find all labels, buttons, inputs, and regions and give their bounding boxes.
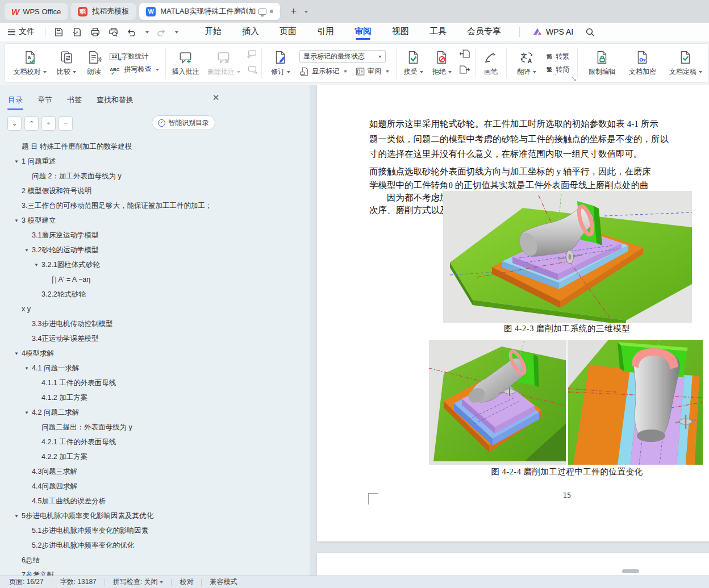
redo-icon[interactable] [155, 26, 167, 38]
toc-item[interactable]: ▼4.1 问题一求解 [0, 361, 227, 376]
toc-item[interactable]: ▼问题二提出：外表面母线为 y [0, 420, 227, 435]
undo-caret[interactable] [145, 31, 149, 35]
toc-item[interactable]: ▼5.1步进电机脉冲频率变化的影响因素 [0, 523, 227, 538]
toc-item[interactable]: ▼4.3问题三求解 [0, 464, 227, 479]
collapse-all-button[interactable]: ⌄ [7, 116, 22, 131]
traditional-to-simplified-button[interactable]: 繁 转简 [547, 65, 569, 74]
restrict-editing-button[interactable]: 限制编辑 [586, 49, 618, 78]
menu-tab[interactable]: 工具 [427, 23, 449, 41]
spell-check-button[interactable]: ABC 拼写检查 [110, 65, 159, 74]
compare-button[interactable]: 比较 [55, 49, 78, 78]
next-change-icon[interactable] [459, 65, 470, 77]
toc-item[interactable]: ▼3.2.2轮式砂轮 [0, 287, 227, 302]
toc-expand-triangle[interactable]: ▼ [24, 361, 32, 376]
horizontal-scrollbar-thumb[interactable] [622, 569, 639, 573]
menu-tab[interactable]: 开始 [202, 23, 224, 41]
dialog-launcher-icon[interactable] [572, 77, 576, 81]
file-menu-button[interactable]: 文件 [0, 27, 41, 37]
toc-item[interactable]: ▼4.5加工曲线的误差分析 [0, 494, 227, 508]
sidebar-tab[interactable]: 书签 [66, 93, 82, 107]
toc-item[interactable]: ▼3.2.1圆柱体式砂轮 [0, 257, 227, 272]
menu-tab[interactable]: 审阅 [352, 23, 374, 41]
toc-item[interactable]: ▼5步进电机脉冲频率变化影响因素及其优化 [0, 508, 227, 523]
finalize-document-button[interactable]: 文档定稿 [667, 49, 704, 78]
tab-wps-office[interactable]: W WPS Office [5, 3, 68, 20]
toc-expand-triangle[interactable]: ▼ [14, 214, 22, 228]
toc-item[interactable]: ▼⌠| A' = A −aη [0, 272, 227, 287]
status-word-count[interactable]: 字数: 13187 [60, 577, 97, 587]
smart-toc-button[interactable]: 智能识别目录 [152, 115, 215, 130]
new-tab-button[interactable]: + [290, 5, 297, 18]
delete-comment-button[interactable]: 删除批注 [205, 49, 243, 78]
save-icon[interactable] [52, 26, 65, 38]
simplified-to-traditional-button[interactable]: 简 转繁 [547, 52, 569, 61]
sidebar-tab[interactable]: 查找和替换 [96, 93, 134, 107]
menu-tab[interactable]: 视图 [390, 23, 411, 41]
toc-item[interactable]: ▼x y [0, 302, 227, 316]
status-page-indicator[interactable]: 页面: 16/27 [9, 577, 44, 587]
menu-tab[interactable]: 插入 [240, 23, 261, 41]
next-comment-icon[interactable] [247, 65, 258, 77]
toc-expand-triangle[interactable]: ▼ [14, 509, 22, 523]
toc-item[interactable]: ▼4.2.1 工件的外表面母线 [0, 435, 227, 449]
toc-item[interactable]: ▼4.1.1 工件的外表面母线 [0, 376, 227, 390]
toc-item[interactable]: ▼3.4正运动学误差模型 [0, 331, 227, 346]
toc-item[interactable]: ▼3.2砂轮的运动学模型 [0, 243, 227, 257]
insert-comment-button[interactable]: 插入批注 [170, 49, 202, 78]
search-icon[interactable] [583, 26, 596, 38]
menu-tab[interactable]: 会员专享 [465, 23, 503, 41]
toc-expand-triangle[interactable]: ▼ [24, 406, 32, 420]
export-pdf-icon[interactable] [70, 26, 83, 38]
print-icon[interactable] [89, 26, 101, 38]
zoom-out-toc-button[interactable]: − [59, 116, 73, 131]
toc-item[interactable]: ▼3.三工作台的可移动范围足够大，能保证被加工工件的加工； [0, 198, 227, 213]
tab-docer-template[interactable]: 稻 找稻壳模板 [71, 3, 136, 20]
reject-button[interactable]: 拒绝 [430, 49, 454, 78]
toc-expand-triangle[interactable]: ▼ [14, 347, 22, 361]
toc-item[interactable]: ▼4模型求解 [0, 346, 227, 361]
toc-item[interactable]: ▼5.2步进电机脉冲频率变化的优化 [0, 538, 227, 553]
zoom-in-toc-button[interactable]: + [41, 116, 56, 131]
document-page-16[interactable]: 如题所示这里采用轮式砂轮。在工件加工时所选取的初始参数如表 4-1 所示题一类似… [317, 85, 709, 541]
toc-expand-triangle[interactable]: ▼ [24, 243, 32, 257]
sidebar-tab[interactable]: 目录 [7, 93, 23, 107]
previous-comment-icon[interactable] [247, 49, 258, 61]
toc-item[interactable]: ▼4.2 问题二求解 [0, 405, 227, 420]
markup-state-dropdown[interactable]: 显示标记的最终状态 [299, 50, 386, 63]
toc-expand-triangle[interactable]: ▼ [34, 258, 41, 272]
word-count-button[interactable]: 12 字数统计 [110, 52, 159, 61]
undo-icon[interactable] [125, 26, 137, 38]
close-sidebar-icon[interactable]: ✕ [210, 92, 222, 103]
wps-ai-button[interactable]: WPS AI [532, 27, 573, 36]
toc-expand-triangle[interactable]: ▼ [14, 155, 22, 169]
toc-item[interactable]: ▼4.2.2 加工方案 [0, 449, 227, 464]
toc-item[interactable]: ▼3.1磨床逆运动学模型 [0, 228, 227, 243]
status-spell-check[interactable]: 拼写检查: 关闭 [113, 577, 164, 587]
encrypt-document-button[interactable]: 文档加密 [627, 49, 658, 78]
sidebar-tab[interactable]: 章节 [37, 93, 53, 107]
review-pane-button[interactable]: 审阅 [355, 66, 389, 77]
toc-item[interactable]: ▼4.4问题四求解 [0, 479, 227, 494]
document-page-17[interactable] [317, 553, 709, 576]
translate-button[interactable]: 文A 翻译 [515, 49, 539, 78]
toc-item[interactable]: ▼6总结 [0, 553, 227, 568]
status-proofread-button[interactable]: 校对 [180, 577, 193, 587]
menu-tab[interactable]: 引用 [315, 23, 336, 41]
track-changes-button[interactable]: 修订 [269, 49, 293, 78]
menu-tab[interactable]: 页面 [277, 23, 299, 41]
pen-button[interactable]: 画笔 [481, 49, 501, 78]
toc-item[interactable]: ▼问题 2：加工外表面母线为 y [0, 169, 227, 184]
read-aloud-button[interactable]: 朗读 [85, 49, 104, 78]
toc-item[interactable]: ▼题 目 特殊工件磨削加工的数学建模 [0, 139, 227, 154]
expand-all-button[interactable]: ⌃ [24, 116, 39, 131]
doc-proofing-button[interactable]: a 文档校对 [11, 49, 49, 78]
show-markup-button[interactable]: 显示标记 [299, 66, 347, 77]
accept-button[interactable]: 接受 [402, 49, 426, 78]
toc-item[interactable]: ▼3 模型建立 [0, 213, 227, 228]
tab-document-active[interactable]: W MATLAB实现特殊工件磨削加 [139, 3, 280, 20]
toc-item[interactable]: ▼1 问题重述 [0, 154, 227, 169]
previous-change-icon[interactable] [459, 49, 470, 61]
toc-item[interactable]: ▼4.1.2 加工方案 [0, 390, 227, 405]
toc-item[interactable]: ▼7参考文献 [0, 568, 227, 576]
print-preview-icon[interactable] [107, 26, 119, 38]
